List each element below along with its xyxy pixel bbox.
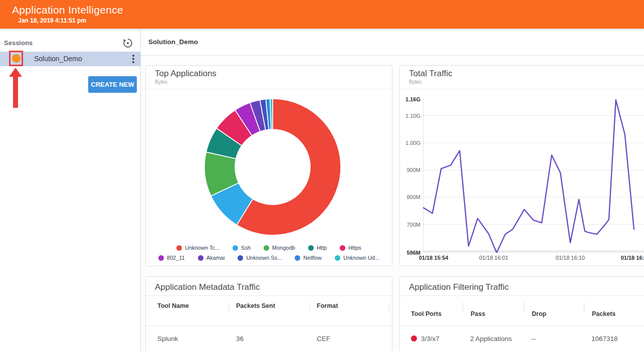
- cell-drop: --: [524, 326, 584, 351]
- session-name: Solution_Demo: [34, 52, 82, 66]
- table-header-row: Tool Name Packets Sent Format: [146, 296, 392, 326]
- legend-dot: [308, 245, 314, 251]
- legend-label: Unknown Ud...: [343, 255, 379, 261]
- sessions-bar: Sessions: [0, 29, 140, 52]
- application-metadata-traffic-panel: Application Metadata Traffic Tool Name P…: [145, 276, 392, 351]
- sessions-heading: Sessions: [4, 39, 33, 47]
- cell-format: CEF: [309, 326, 389, 351]
- panel-header: Top Applications Bytes: [146, 66, 392, 89]
- panel-title: Application Metadata Traffic: [155, 282, 383, 292]
- annotation-highlight-box: [9, 51, 23, 66]
- legend-label: Unknown Tc...: [185, 245, 220, 251]
- x-tick-label: 01/18 15:54: [419, 255, 449, 261]
- legend-dot: [295, 255, 300, 261]
- main-area: Solution_Demo Top Applications Bytes Unk…: [141, 29, 644, 351]
- legend-dot: [340, 245, 345, 251]
- legend-item[interactable]: Mongodb: [264, 245, 295, 251]
- panel-header: Total Traffic Bytes: [400, 66, 644, 89]
- legend-item[interactable]: Unknown Ss...: [238, 255, 282, 261]
- port-status-dot: [411, 335, 417, 341]
- main-titlebar: Solution_Demo: [141, 29, 644, 56]
- filtering-table: Tool Ports Pass Drop Packets 3/3/x7 2 Ap…: [400, 296, 644, 351]
- top-applications-donut-chart: [146, 90, 393, 240]
- legend-dot: [176, 245, 182, 251]
- y-tick-label: 700M: [400, 221, 420, 228]
- y-tick-label: 900M: [400, 166, 420, 173]
- annotation-arrow-icon: [8, 67, 24, 111]
- panel-title: Application Filtering Traffic: [409, 282, 644, 292]
- legend-dot: [233, 245, 238, 251]
- traffic-line-series: [423, 100, 634, 253]
- cell-packets-sent: 36: [229, 326, 309, 351]
- legend-label: Akamai: [206, 255, 225, 261]
- legend-item[interactable]: Ssh: [233, 245, 251, 251]
- total-traffic-panel: Total Traffic Bytes 1.16G1.10G1.00G900M8…: [399, 65, 644, 266]
- dashboard-title: Solution_Demo: [148, 29, 198, 55]
- session-options-kebab-icon[interactable]: [131, 54, 135, 64]
- legend-dot: [198, 255, 203, 261]
- table-row: 3/3/x7 2 Applications -- 1067318: [400, 326, 644, 351]
- legend-item[interactable]: Akamai: [198, 255, 225, 261]
- y-tick-label: 1.16G: [400, 96, 420, 103]
- header-timestamp: Jan 18, 2019 4:11:51 pm: [18, 17, 644, 24]
- legend-label: Http: [317, 245, 327, 251]
- sessions-sidebar: Sessions Solution_Demo: [0, 29, 141, 351]
- donut-legend: Unknown Tc...SshMongodbHttpHttps 802_11A…: [146, 243, 392, 263]
- panel-subtitle: Bytes: [409, 79, 644, 85]
- legend-label: Https: [348, 245, 361, 251]
- panel-title: Total Traffic: [409, 69, 644, 79]
- application-filtering-traffic-panel: Application Filtering Traffic Tool Ports…: [399, 276, 644, 351]
- cell-packets: 1067318: [584, 326, 644, 351]
- legend-label: Unknown Ss...: [246, 255, 282, 261]
- y-tick-label: 1.10G: [400, 112, 420, 119]
- x-tick-label: 01/18 16:10: [556, 255, 585, 261]
- legend-item[interactable]: Http: [308, 245, 327, 251]
- legend-label: Ssh: [241, 245, 251, 251]
- column-header-format: Format: [309, 296, 389, 326]
- app-header: Application Intelligence Jan 18, 2019 4:…: [0, 0, 644, 29]
- cell-tool-ports: 3/3/x7: [400, 326, 463, 351]
- page-title: Application Intelligence: [0, 0, 644, 16]
- x-axis-labels: 01/18 15:5401/18 16:0101/18 16:1001/18 1…: [423, 255, 644, 263]
- history-icon[interactable]: [122, 38, 133, 49]
- y-tick-label: 596M: [400, 249, 420, 256]
- legend-item[interactable]: Unknown Ud...: [335, 255, 379, 261]
- panel-header: Application Filtering Traffic: [400, 277, 644, 296]
- column-header-spacer: [389, 296, 392, 326]
- column-header-tool-ports: Tool Ports: [400, 296, 463, 326]
- total-traffic-line-chart: 1.16G1.10G1.00G900M800M700M596M 01/18 15…: [400, 90, 644, 266]
- table-row: Splunk 36 CEF: [146, 326, 392, 351]
- legend-label: Mongodb: [272, 245, 295, 251]
- legend-dot: [158, 255, 164, 261]
- column-header-tool-name: Tool Name: [146, 296, 229, 326]
- cell-tool-name: Splunk: [146, 326, 229, 351]
- application-intelligence-page: Application Intelligence Jan 18, 2019 4:…: [0, 0, 644, 351]
- x-tick-label: 01/18 16:1: [621, 255, 644, 261]
- column-header-drop: Drop: [524, 296, 584, 326]
- legend-item[interactable]: 802_11: [158, 255, 185, 261]
- legend-item[interactable]: Unknown Tc...: [176, 245, 220, 251]
- metadata-table: Tool Name Packets Sent Format Splunk 36 …: [146, 296, 392, 351]
- x-tick-label: 01/18 16:01: [479, 255, 508, 261]
- legend-item[interactable]: Netflow: [295, 255, 322, 261]
- table-header-row: Tool Ports Pass Drop Packets: [400, 296, 644, 326]
- y-tick-label: 1.00G: [400, 139, 420, 146]
- panel-subtitle: Bytes: [155, 79, 383, 85]
- legend-item[interactable]: Https: [340, 245, 361, 251]
- panel-title: Top Applications: [155, 69, 383, 79]
- y-tick-label: 800M: [400, 194, 420, 201]
- create-new-button[interactable]: CREATE NEW: [88, 76, 137, 93]
- panel-header: Application Metadata Traffic: [146, 277, 392, 296]
- legend-dot: [238, 255, 243, 261]
- column-header-pass: Pass: [463, 296, 524, 326]
- y-axis-labels: 1.16G1.10G1.00G900M800M700M596M: [400, 90, 420, 255]
- legend-label: Netflow: [303, 255, 322, 261]
- legend-label: 802_11: [167, 255, 185, 261]
- cell-pass: 2 Applications: [463, 326, 524, 351]
- top-applications-panel: Top Applications Bytes Unknown Tc...SshM…: [145, 65, 392, 266]
- legend-dot: [264, 245, 269, 251]
- legend-dot: [335, 255, 340, 261]
- dashboard-content: Top Applications Bytes Unknown Tc...SshM…: [141, 56, 644, 351]
- column-header-packets: Packets: [584, 296, 644, 326]
- column-header-packets-sent: Packets Sent: [229, 296, 309, 326]
